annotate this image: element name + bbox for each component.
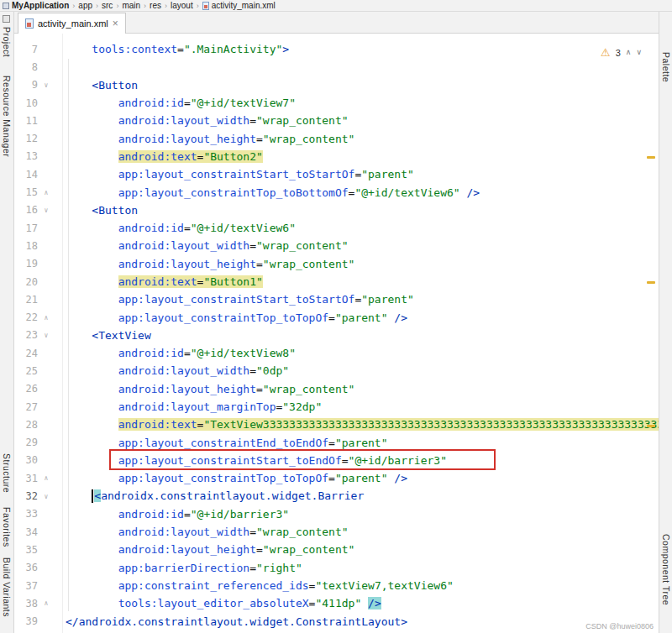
code-line[interactable]: 31∧app:layout_constraintTop_toTopOf="par…: [14, 469, 659, 487]
code-line[interactable]: 26android:layout_height="wrap_content": [14, 380, 659, 398]
breadcrumb-item-src[interactable]: src: [102, 1, 113, 10]
line-number: 8: [14, 61, 38, 73]
code-line[interactable]: 7tools:context=".MainActivity">: [14, 40, 659, 58]
project-icon: [3, 3, 9, 9]
editor-tab-bar: activity_main.xml ×: [14, 12, 659, 34]
code-line[interactable]: 34android:layout_width="wrap_content": [14, 523, 659, 541]
line-number: 26: [14, 383, 38, 395]
tool-button-palette[interactable]: Palette: [661, 52, 671, 82]
fold-up-icon[interactable]: ∧: [38, 189, 55, 196]
code-text: <Button: [66, 79, 138, 92]
code-text: app:constraint_referenced_ids="textView7…: [66, 579, 454, 592]
line-number: 9: [14, 79, 38, 91]
breadcrumb-item-file[interactable]: activity_main.xml: [212, 1, 276, 10]
code-line[interactable]: 15∧app:layout_constraintTop_toBottomOf="…: [14, 183, 659, 201]
code-line[interactable]: 37app:constraint_referenced_ids="textVie…: [14, 577, 659, 594]
code-text: android:layout_width="wrap_content": [66, 526, 349, 538]
code-text: app:layout_constraintTop_toTopOf="parent…: [66, 311, 407, 324]
stripe-warning-mark[interactable]: [647, 156, 655, 159]
code-text: app:layout_constraintTop_toBottomOf="@+i…: [66, 186, 480, 199]
code-line[interactable]: 19android:layout_height="wrap_content": [14, 255, 659, 273]
code-line[interactable]: 13android:text="Button2": [14, 148, 659, 165]
code-line[interactable]: 21app:layout_constraintStart_toStartOf="…: [14, 290, 659, 308]
fold-up-icon[interactable]: ∧: [38, 474, 55, 482]
inspections-widget[interactable]: ⚠ 3 ∧ ∨: [601, 47, 642, 58]
fold-down-icon[interactable]: ∨: [38, 332, 55, 339]
code-line[interactable]: 33android:id="@+id/barrier3": [14, 505, 659, 523]
code-text: android:layout_height="wrap_content": [66, 383, 354, 395]
editor[interactable]: 7tools:context=".MainActivity">89∨<Butto…: [14, 34, 659, 633]
fold-down-icon[interactable]: ∨: [38, 493, 55, 500]
chevron-down-icon[interactable]: ∨: [636, 49, 642, 56]
line-number: 14: [14, 169, 38, 180]
breadcrumb-item-layout[interactable]: layout: [171, 1, 193, 10]
code-line[interactable]: 39</androidx.constraintlayout.widget.Con…: [14, 613, 659, 630]
tool-button-resource-manager[interactable]: Resource Manager: [2, 76, 12, 157]
code-text: tools:context=".MainActivity">: [66, 43, 289, 55]
code-line[interactable]: 16∨<Button: [14, 201, 659, 219]
line-number: 34: [14, 526, 38, 538]
breadcrumb-separator: ›: [115, 2, 119, 10]
code-text: android:id="@+id/barrier3": [66, 508, 289, 521]
warning-count: 3: [616, 48, 621, 58]
tool-button-favorites[interactable]: Favorites: [2, 507, 12, 547]
code-line[interactable]: 24android:id="@+id/textView8": [14, 344, 659, 362]
stripe-warning-mark[interactable]: [647, 281, 655, 284]
code-line[interactable]: 11android:layout_width="wrap_content": [14, 112, 659, 129]
code-text: android:text="Button1": [66, 275, 263, 288]
tool-button-build-variants[interactable]: Build Variants: [2, 557, 12, 617]
highlight-annotation-box: [109, 449, 496, 470]
line-number: 33: [14, 508, 38, 520]
fold-up-icon[interactable]: ∧: [38, 314, 55, 322]
tool-button-component-tree[interactable]: Component Tree: [661, 534, 671, 605]
breadcrumb-item-main[interactable]: main: [122, 1, 140, 10]
tab-activity-main-xml[interactable]: activity_main.xml ×: [18, 13, 126, 34]
code-line[interactable]: 17android:id="@+id/textView6": [14, 219, 659, 237]
text-caret: [92, 489, 93, 503]
line-number: 16: [14, 204, 38, 216]
stripe-warning-mark[interactable]: [647, 425, 655, 427]
code-line[interactable]: 9∨<Button: [14, 76, 659, 94]
line-number: 19: [14, 258, 38, 269]
breadcrumb-item-app[interactable]: app: [78, 1, 92, 10]
line-number: 36: [14, 562, 38, 573]
fold-up-icon[interactable]: ∧: [38, 599, 55, 607]
line-number: 21: [14, 294, 38, 306]
code-line[interactable]: 25android:layout_width="0dp": [14, 362, 659, 379]
code-line[interactable]: 23∨<TextView: [14, 327, 659, 344]
code-line[interactable]: 32∨<androidx.constraintlayout.widget.Bar…: [14, 487, 659, 505]
code-line[interactable]: 35android:layout_height="wrap_content": [14, 541, 659, 558]
code-line[interactable]: 10android:id="@+id/textView7": [14, 94, 659, 112]
code-text: android:layout_height="wrap_content": [66, 258, 354, 270]
breadcrumb-item-project[interactable]: MyApplication: [12, 1, 69, 10]
fold-down-icon[interactable]: ∨: [38, 207, 55, 214]
code-line[interactable]: 22∧app:layout_constraintTop_toTopOf="par…: [14, 308, 659, 326]
breadcrumb-separator: ›: [71, 2, 76, 10]
right-tool-strip: Palette Component Tree: [659, 12, 672, 633]
line-number: 31: [14, 473, 38, 484]
watermark: CSDN @huwei0806: [585, 622, 654, 630]
breadcrumb-separator: ›: [95, 2, 99, 10]
line-number: 22: [14, 311, 38, 323]
tab-label: activity_main.xml: [38, 18, 108, 29]
line-number: 35: [14, 544, 38, 556]
line-number: 17: [14, 222, 38, 234]
tool-button-structure[interactable]: Structure: [2, 453, 12, 493]
breadcrumb-item-res[interactable]: res: [150, 1, 161, 10]
code-line[interactable]: 28android:text="TextView3333333333333333…: [14, 416, 659, 433]
code-line[interactable]: 38∧tools:layout_editor_absoluteX="411dp"…: [14, 594, 659, 612]
code-line[interactable]: 8: [14, 58, 659, 76]
tab-close-icon[interactable]: ×: [113, 18, 118, 29]
code-line[interactable]: 20android:text="Button1": [14, 273, 659, 290]
code-line[interactable]: 18android:layout_width="wrap_content": [14, 237, 659, 254]
chevron-up-icon[interactable]: ∧: [626, 49, 632, 56]
line-number: 23: [14, 329, 38, 341]
tool-button-project[interactable]: Project: [2, 27, 12, 57]
code-text: <TextView: [66, 329, 151, 342]
line-number: 10: [14, 97, 38, 109]
code-line[interactable]: 36app:barrierDirection="right": [14, 559, 659, 577]
fold-down-icon[interactable]: ∨: [38, 81, 55, 89]
code-line[interactable]: 12android:layout_height="wrap_content": [14, 129, 659, 147]
code-line[interactable]: 14app:layout_constraintStart_toStartOf="…: [14, 165, 659, 183]
code-line[interactable]: 27android:layout_marginTop="32dp": [14, 398, 659, 416]
